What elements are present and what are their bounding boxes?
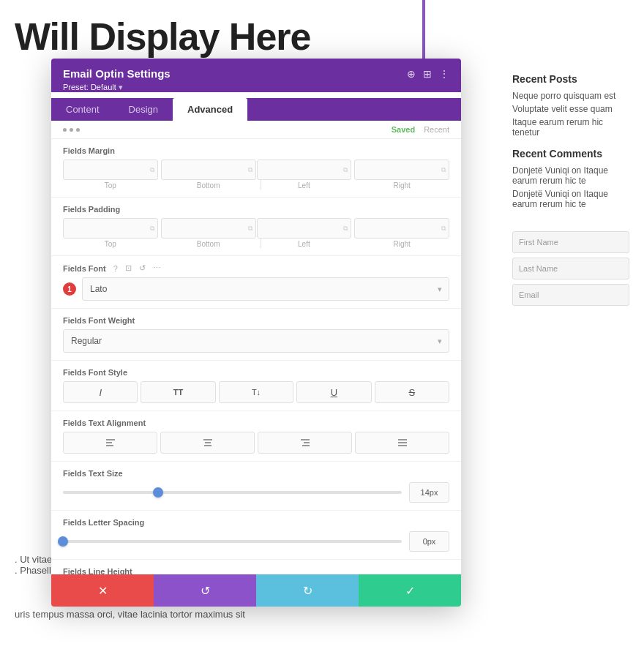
- margin-top-group: ⧉ Top: [63, 160, 158, 190]
- margin-left-input[interactable]: ⧉: [257, 160, 352, 180]
- recent-label: Recent: [424, 125, 449, 134]
- uppercase-btn[interactable]: TT: [141, 381, 215, 403]
- text-size-slider-row: 14px: [63, 482, 449, 503]
- fields-text-size-section: Fields Text Size 14px: [51, 462, 461, 511]
- fields-font-selector-row: 1 Lato: [63, 277, 449, 301]
- fields-padding-section: Fields Padding ⧉ Top ⧉ Bottom: [51, 198, 461, 256]
- modal-preset: Preset: Default ▾: [63, 83, 449, 92]
- modal-footer: ✕ ↺ ↻ ✓: [51, 574, 461, 607]
- margin-bottom-label: Bottom: [197, 181, 220, 190]
- reset-icon: ↺: [201, 584, 210, 598]
- purple-accent-bar: [422, 0, 425, 59]
- cancel-button[interactable]: ✕: [51, 574, 154, 607]
- tab-advanced[interactable]: Advanced: [173, 98, 247, 121]
- modal-header: Email Optin Settings ⊕ ⊞ ⋮ Preset: Defau…: [51, 59, 461, 92]
- dot-2: [70, 128, 73, 132]
- font-weight-select[interactable]: Regular: [63, 329, 449, 353]
- padding-left-input[interactable]: ⧉: [257, 218, 352, 239]
- padding-top-group: ⧉ Top: [63, 218, 158, 248]
- fields-font-weight-section: Fields Font Weight Regular: [51, 309, 461, 361]
- capitalize-btn[interactable]: T↓: [219, 381, 293, 403]
- margin-left-group: ⧉ Left: [257, 160, 352, 190]
- redo-button[interactable]: ↻: [256, 574, 359, 607]
- font-more-icon[interactable]: ⋯: [153, 263, 161, 273]
- align-justify-btn[interactable]: [355, 432, 449, 454]
- padding-left-group: ⧉ Left: [257, 218, 352, 248]
- modal-subtoolbar: Saved Recent: [51, 121, 461, 139]
- modal-header-icons: ⊕ ⊞ ⋮: [407, 68, 449, 80]
- sidebar: Recent Posts Neque porro quisquam est Vo…: [498, 59, 644, 325]
- recent-comment-1: Donjetë Vuniqi on Itaque earum rerum hic…: [512, 165, 629, 186]
- subtoolbar-left: [63, 128, 80, 132]
- settings-modal: Email Optin Settings ⊕ ⊞ ⋮ Preset: Defau…: [51, 59, 461, 607]
- save-icon: ✓: [405, 584, 415, 598]
- text-size-slider-fill: [63, 491, 158, 494]
- layout-icon[interactable]: ⊞: [423, 68, 432, 80]
- font-select[interactable]: Lato: [82, 277, 449, 301]
- tab-design[interactable]: Design: [114, 98, 173, 121]
- align-left-btn[interactable]: [63, 432, 157, 454]
- font-weight-select-wrapper: Regular: [63, 329, 449, 353]
- margin-bottom-input[interactable]: ⧉: [161, 160, 256, 180]
- margin-top-input[interactable]: ⧉: [63, 160, 158, 180]
- padding-top-input[interactable]: ⧉: [63, 218, 158, 239]
- target-icon[interactable]: ⊕: [407, 68, 416, 80]
- font-style-buttons: I TT T↓ U S: [63, 381, 449, 403]
- modal-body: Saved Recent Fields Margin ⧉ Top ⧉: [51, 121, 461, 574]
- fields-letter-spacing-label: Fields Letter Spacing: [63, 518, 449, 527]
- text-size-value[interactable]: 14px: [409, 482, 449, 503]
- saved-badge: Saved: [392, 125, 415, 134]
- padding-top-label: Top: [105, 240, 116, 248]
- more-icon[interactable]: ⋮: [439, 68, 449, 80]
- dot-3: [76, 128, 80, 132]
- save-button[interactable]: ✓: [359, 574, 461, 607]
- padding-bottom-group: ⧉ Bottom: [161, 218, 256, 248]
- text-size-slider-track[interactable]: [63, 491, 402, 494]
- page-title: Will Display Here: [15, 15, 629, 59]
- fields-font-style-section: Fields Font Style I TT T↓ U S: [51, 361, 461, 411]
- margin-left-right: ⧉ Left ⧉ Right: [257, 160, 450, 190]
- text-size-slider-thumb[interactable]: [153, 487, 163, 498]
- reset-button[interactable]: ↺: [154, 574, 256, 607]
- margin-bottom-group: ⧉ Bottom: [161, 160, 256, 190]
- tab-content[interactable]: Content: [51, 98, 114, 121]
- letter-spacing-slider-thumb[interactable]: [58, 536, 68, 547]
- margin-right-input[interactable]: ⧉: [354, 160, 449, 180]
- recent-posts-title: Recent Posts: [512, 73, 629, 85]
- dot-1: [63, 128, 67, 132]
- font-link-icon[interactable]: ⊡: [125, 263, 132, 273]
- fields-font-section: Fields Font ? ⊡ ↺ ⋯ 1 Lato: [51, 256, 461, 309]
- fields-text-size-label: Fields Text Size: [63, 469, 449, 478]
- form-email: Email: [512, 284, 629, 306]
- align-right-btn[interactable]: [258, 432, 352, 454]
- align-center-btn[interactable]: [160, 432, 255, 454]
- subtoolbar-right: Saved Recent: [392, 125, 449, 134]
- modal-header-top: Email Optin Settings ⊕ ⊞ ⋮: [63, 67, 449, 80]
- letter-spacing-slider-track[interactable]: [63, 540, 402, 543]
- fields-font-label: Fields Font: [63, 264, 106, 273]
- padding-top-bottom: ⧉ Top ⧉ Bottom: [63, 218, 256, 248]
- margin-left-label: Left: [298, 181, 310, 190]
- italic-btn[interactable]: I: [63, 381, 138, 403]
- padding-right-group: ⧉ Right: [354, 218, 449, 248]
- cancel-icon: ✕: [98, 584, 108, 598]
- padding-bottom-label: Bottom: [197, 240, 220, 248]
- underline-btn[interactable]: U: [296, 381, 371, 403]
- fields-text-alignment-section: Fields Text Alignment: [51, 411, 461, 462]
- font-reset-icon[interactable]: ↺: [139, 263, 146, 273]
- fields-line-height-label: Fields Line Height: [63, 567, 449, 574]
- recent-post-3: Itaque earum rerum hic tenetur: [512, 117, 629, 138]
- fields-line-height-section: Fields Line Height 1.7em: [51, 560, 461, 574]
- letter-spacing-value[interactable]: 0px: [409, 531, 449, 552]
- modal-title: Email Optin Settings: [63, 67, 171, 80]
- form-last-name: Last Name: [512, 258, 629, 280]
- margin-right-group: ⧉ Right: [354, 160, 449, 190]
- padding-right-input[interactable]: ⧉: [354, 218, 449, 239]
- recent-post-2: Voluptate velit esse quam: [512, 104, 629, 114]
- font-badge: 1: [63, 282, 76, 296]
- strikethrough-btn[interactable]: S: [375, 381, 449, 403]
- recent-comment-2: Donjetë Vuniqi on Itaque earum rerum hic…: [512, 189, 629, 209]
- padding-bottom-input[interactable]: ⧉: [161, 218, 256, 239]
- fields-font-style-label: Fields Font Style: [63, 368, 449, 377]
- font-help-icon[interactable]: ?: [113, 264, 118, 273]
